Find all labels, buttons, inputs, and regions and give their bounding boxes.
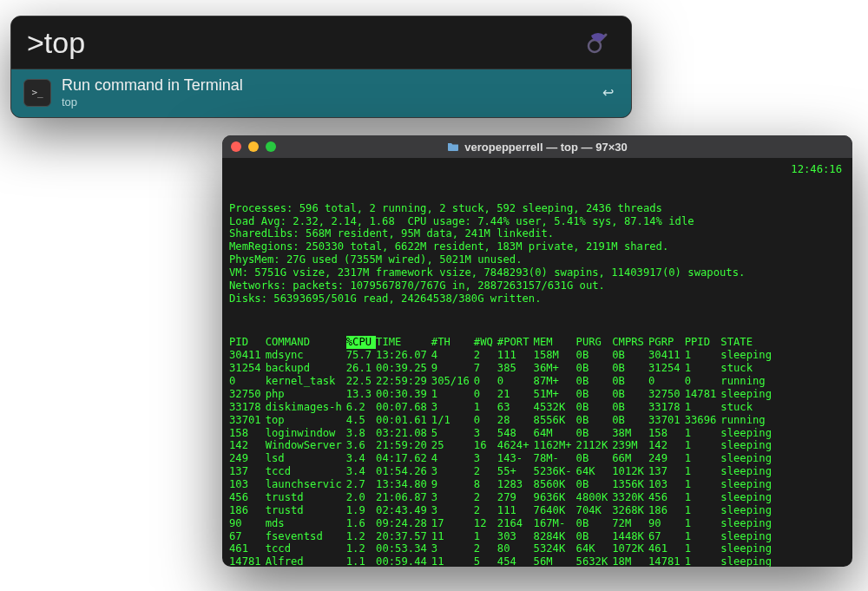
table-cell: 158 <box>648 427 685 440</box>
column-header[interactable]: STATE <box>720 336 776 349</box>
top-timestamp: 12:46:16 <box>791 163 842 176</box>
table-cell: 1 <box>431 388 474 401</box>
table-cell: 4800K <box>576 491 613 504</box>
table-cell: sleeping <box>720 517 776 530</box>
table-cell: mdsync <box>266 349 346 362</box>
table-cell: sleeping <box>720 504 776 517</box>
table-cell: 305/16 <box>431 375 474 388</box>
column-header[interactable]: PID <box>229 336 266 349</box>
table-row: 32750php13.300:30.39102151M+0B0B32750147… <box>229 388 776 401</box>
column-header[interactable]: PPID <box>685 336 721 349</box>
table-cell: 2.0 <box>346 491 376 504</box>
table-cell: 2 <box>474 542 497 555</box>
table-cell: 1 <box>685 491 721 504</box>
table-cell: 1 <box>685 427 721 440</box>
table-row: 456trustd2.021:06.87322799636K4800K3320K… <box>229 491 776 504</box>
table-cell: 5632K <box>576 555 613 567</box>
table-cell: 0B <box>576 427 613 440</box>
table-cell: 20:37.57 <box>376 530 431 543</box>
table-cell: 11 <box>431 530 474 543</box>
table-cell: WindowServer <box>266 439 346 452</box>
table-cell: 1 <box>685 362 721 375</box>
table-cell: sleeping <box>720 478 776 491</box>
table-cell: 1356K <box>612 478 648 491</box>
column-header[interactable]: PURG <box>576 336 613 349</box>
table-cell: 3 <box>474 427 497 440</box>
minimize-button[interactable] <box>248 141 259 152</box>
table-cell: 1 <box>685 517 721 530</box>
table-cell: 0B <box>576 530 613 543</box>
table-cell: 33701 <box>229 414 266 427</box>
table-cell: 75.7 <box>346 349 376 362</box>
table-cell: 1 <box>685 452 721 465</box>
table-cell: 456 <box>229 491 266 504</box>
table-cell: 2 <box>474 491 497 504</box>
table-cell: sleeping <box>720 555 776 567</box>
table-cell: 64M <box>534 427 576 440</box>
table-cell: sleeping <box>720 439 776 452</box>
zoom-button[interactable] <box>266 141 276 152</box>
column-header[interactable]: CMPRS <box>612 336 648 349</box>
column-header[interactable]: #TH <box>431 336 474 349</box>
column-header[interactable]: %CPU <box>346 336 376 349</box>
launcher-search-row[interactable]: >top <box>11 16 631 69</box>
table-cell: 1072K <box>612 542 648 555</box>
process-table: PIDCOMMAND%CPUTIME#TH#WQ#PORTMEMPURGCMPR… <box>229 336 776 567</box>
table-cell: 64K <box>576 465 613 478</box>
table-cell: 6.2 <box>346 401 376 414</box>
table-cell: 1/1 <box>431 414 474 427</box>
table-cell: 13:26.07 <box>376 349 431 362</box>
table-cell: 8284K <box>534 530 576 543</box>
column-header[interactable]: PGRP <box>648 336 685 349</box>
table-cell: 704K <box>576 504 613 517</box>
launcher-input[interactable]: >top <box>27 26 581 60</box>
table-cell: 2.7 <box>346 478 376 491</box>
column-header[interactable]: TIME <box>376 336 431 349</box>
table-cell: diskimages-h <box>266 401 346 414</box>
table-row: 137tccd3.401:54.263255+5236K-64K1012K137… <box>229 465 776 478</box>
table-cell: 1 <box>685 555 721 567</box>
table-cell: 30411 <box>229 349 266 362</box>
column-header[interactable]: #WQ <box>474 336 497 349</box>
table-cell: 111 <box>497 504 534 517</box>
column-header[interactable]: MEM <box>534 336 576 349</box>
table-cell: 2112K <box>576 439 613 452</box>
folder-icon <box>447 141 459 154</box>
top-summary-line: Processes: 596 total, 2 running, 2 stuck… <box>229 202 845 215</box>
launcher-result-item[interactable]: >_ Run command in Terminal top ↩ <box>11 69 631 117</box>
table-cell: 87M+ <box>534 375 576 388</box>
table-cell: 1012K <box>612 465 648 478</box>
table-cell: 4532K <box>534 401 576 414</box>
return-icon: ↩ <box>602 84 619 101</box>
table-cell: sleeping <box>720 542 776 555</box>
column-header[interactable]: #PORT <box>497 336 534 349</box>
table-cell: 9 <box>431 362 474 375</box>
table-cell: 1 <box>474 530 497 543</box>
table-cell: 385 <box>497 362 534 375</box>
table-cell: 33701 <box>648 414 685 427</box>
column-header[interactable]: COMMAND <box>266 336 346 349</box>
table-cell: 0B <box>612 401 648 414</box>
terminal-content[interactable]: 12:46:16 Processes: 596 total, 2 running… <box>222 158 852 567</box>
table-cell: 0 <box>685 375 721 388</box>
table-cell: fseventsd <box>266 530 346 543</box>
table-cell: 461 <box>229 542 266 555</box>
table-cell: 7640K <box>534 504 576 517</box>
table-cell: 137 <box>648 465 685 478</box>
table-cell: 0 <box>474 388 497 401</box>
table-cell: 1448K <box>612 530 648 543</box>
close-button[interactable] <box>231 141 241 152</box>
table-row: 158loginwindow3.803:21.085354864M0B38M15… <box>229 427 776 440</box>
table-row: 67fseventsd1.220:37.571113038284K0B1448K… <box>229 530 776 543</box>
table-cell: 3 <box>474 452 497 465</box>
table-cell: 1 <box>685 504 721 517</box>
table-row: 33178diskimages-h6.200:07.6831634532K0B0… <box>229 401 776 414</box>
table-cell: sleeping <box>720 452 776 465</box>
table-cell: 454 <box>497 555 534 567</box>
terminal-titlebar[interactable]: veropepperrell — top — 97×30 <box>222 135 852 158</box>
table-cell: 01:54.26 <box>376 465 431 478</box>
table-row: 0kernel_task22.522:59:29305/160087M+0B0B… <box>229 375 776 388</box>
table-row: 30411mdsync75.713:26.0742111158M0B0B3041… <box>229 349 776 362</box>
table-cell: 8560K <box>534 478 576 491</box>
table-cell: running <box>720 375 776 388</box>
